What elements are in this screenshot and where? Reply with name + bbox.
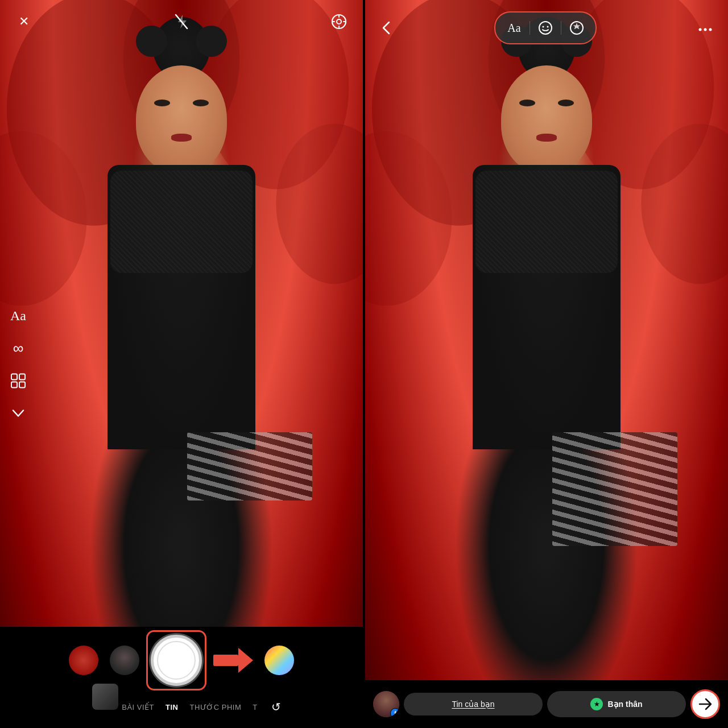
sticker-button[interactable] — [535, 17, 556, 39]
svg-rect-13 — [19, 374, 25, 380]
svg-point-22 — [543, 26, 544, 28]
photo-background-right — [365, 0, 728, 728]
left-panel: ✕ Aa ∞ — [0, 0, 363, 728]
tin-cua-ban-label: Tin của bạn — [452, 700, 494, 709]
refresh-icon[interactable]: ↺ — [271, 700, 281, 714]
tab-tin[interactable]: TIN — [166, 703, 178, 712]
layout-button[interactable] — [10, 373, 26, 392]
tab-t[interactable]: T — [253, 703, 257, 712]
top-tools-bar: Aa — [494, 11, 597, 44]
tool-separator-1 — [530, 21, 530, 35]
svg-point-7 — [337, 19, 341, 24]
shutter-button[interactable] — [151, 635, 202, 686]
arrow-body — [213, 655, 238, 666]
tab-thuoc-phim[interactable]: THƯỚC PHIM — [189, 703, 241, 712]
chevron-down-icon[interactable] — [10, 408, 26, 420]
close-button[interactable]: ✕ — [14, 11, 34, 32]
back-button[interactable] — [377, 18, 397, 38]
right-top-bar: Aa — [365, 0, 728, 56]
shutter-container — [151, 635, 202, 686]
send-arrow-icon — [698, 698, 712, 710]
send-button[interactable] — [690, 689, 720, 719]
thumbnail-person[interactable] — [110, 646, 139, 675]
svg-rect-14 — [11, 382, 17, 388]
nav-tabs: BÀI VIẾT TIN THƯỚC PHIM T ↺ — [0, 694, 363, 720]
thumbnail-colorful[interactable] — [264, 646, 294, 675]
tin-cua-ban-button[interactable]: Tin của bạn — [404, 693, 543, 715]
thumbnail-red[interactable] — [69, 646, 98, 675]
svg-point-25 — [699, 28, 702, 31]
svg-point-26 — [704, 28, 707, 31]
ban-than-button[interactable]: ★ Bạn thân — [547, 691, 686, 717]
tool-separator-2 — [561, 21, 561, 35]
facebook-badge: f — [390, 708, 399, 717]
text-tool-button[interactable]: Aa — [10, 308, 26, 324]
arrow-right-icon — [213, 648, 253, 673]
left-bottom-bar: BÀI VIẾT TIN THƯỚC PHIM T ↺ — [0, 627, 363, 728]
svg-point-23 — [547, 26, 549, 28]
left-sidebar: Aa ∞ — [10, 308, 26, 420]
user-avatar: f — [373, 691, 399, 717]
left-top-bar: ✕ — [0, 0, 363, 43]
share-bar: f Tin của bạn ★ Bạn thân — [373, 689, 720, 719]
arrow-head — [238, 648, 253, 673]
text-tool-button-right[interactable]: Aa — [503, 17, 525, 39]
gallery-thumbnail[interactable] — [92, 684, 118, 710]
svg-rect-15 — [19, 382, 25, 388]
star-icon: ★ — [590, 698, 603, 710]
settings-icon[interactable] — [329, 11, 349, 32]
photo-background — [0, 0, 363, 728]
flash-icon[interactable] — [171, 11, 192, 32]
more-options-button[interactable] — [694, 19, 717, 37]
right-bottom-bar: f Tin của bạn ★ Bạn thân — [365, 680, 728, 728]
camera-controls — [0, 635, 363, 686]
boomerang-button[interactable]: ∞ — [10, 340, 26, 357]
tab-bai-viet[interactable]: BÀI VIẾT — [122, 703, 154, 712]
svg-point-21 — [539, 22, 552, 34]
right-panel: Aa — [365, 0, 728, 728]
ban-than-label: Bạn thân — [607, 700, 642, 709]
effects-button[interactable] — [566, 17, 588, 39]
svg-point-27 — [709, 28, 712, 31]
svg-rect-12 — [11, 374, 17, 380]
